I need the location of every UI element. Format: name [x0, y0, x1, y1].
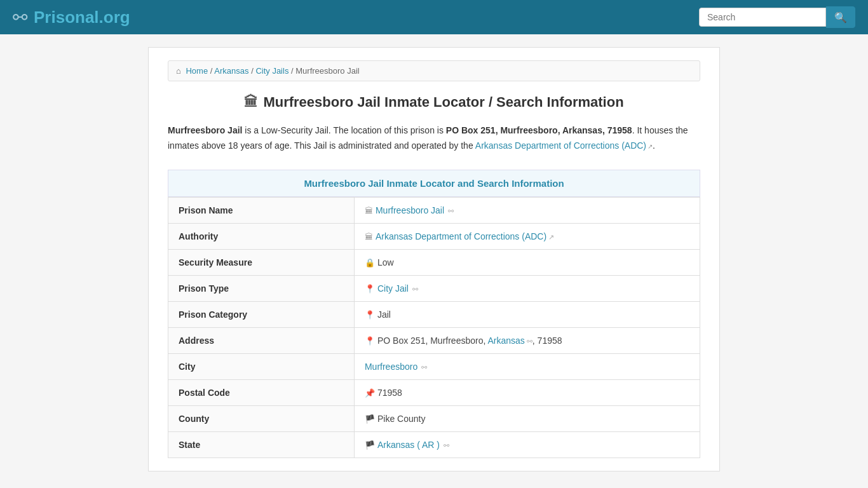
table-label: State: [168, 431, 355, 458]
table-row: CityMurfreesboro ⚯: [168, 353, 700, 379]
table-row: Authority🏛Arkansas Department of Correct…: [168, 223, 700, 249]
logo-text: Prisonal.org: [34, 8, 130, 27]
cell-icon: 📍: [365, 310, 375, 320]
table-row: County🏴Pike County: [168, 405, 700, 431]
table-label: County: [168, 405, 355, 431]
page-title-text: Murfreesboro Jail Inmate Locator / Searc…: [263, 94, 623, 111]
table-value: 🏴Arkansas ( AR ) ⚯: [354, 431, 700, 458]
table-label: Authority: [168, 223, 355, 249]
table-row: Address📍PO Box 251, Murfreesboro, Arkans…: [168, 327, 700, 353]
table-label: Security Measure: [168, 249, 355, 275]
home-icon: ⌂: [176, 66, 181, 76]
authority-link[interactable]: Arkansas Department of Corrections (ADC): [475, 140, 646, 151]
table-row: State🏴Arkansas ( AR ) ⚯: [168, 431, 700, 458]
cell-icon: 🏴: [365, 440, 375, 450]
table-value: 📍Jail: [354, 301, 700, 327]
cell-icon: 📍: [365, 284, 375, 294]
logo-tld: .org: [99, 8, 130, 27]
table-row: Prison Type📍City Jail ⚯: [168, 275, 700, 301]
table-link-6[interactable]: Murfreesboro: [365, 362, 417, 372]
table-value: Murfreesboro ⚯: [354, 353, 700, 379]
info-table: Prison Name🏛Murfreesboro Jail ⚯Authority…: [168, 197, 700, 458]
table-value: 📍City Jail ⚯: [354, 275, 700, 301]
breadcrumb-current: Murfreesboro Jail: [295, 66, 359, 76]
table-link-9[interactable]: Arkansas ( AR ): [377, 440, 440, 450]
breadcrumb: ⌂ Home / Arkansas / City Jails / Murfree…: [168, 60, 700, 81]
table-label: Prison Type: [168, 275, 355, 301]
search-button[interactable]: 🔍: [826, 6, 855, 28]
cell-icon: 🏴: [365, 414, 375, 424]
table-row: Prison Category📍Jail: [168, 301, 700, 327]
table-row: Postal Code📌71958: [168, 379, 700, 405]
table-label: Postal Code: [168, 379, 355, 405]
breadcrumb-city-jails[interactable]: City Jails: [255, 66, 288, 76]
site-logo[interactable]: ⚯ Prisonal.org: [13, 7, 130, 28]
breadcrumb-home[interactable]: Home: [186, 66, 208, 76]
cell-icon: 📌: [365, 388, 375, 398]
table-link-0[interactable]: Murfreesboro Jail: [376, 205, 444, 215]
table-label: Prison Category: [168, 301, 355, 327]
table-row: Security Measure🔒Low: [168, 249, 700, 275]
table-value: 🏛Arkansas Department of Corrections (ADC…: [354, 223, 700, 249]
table-link-1[interactable]: Arkansas Department of Corrections (ADC): [376, 231, 546, 241]
desc-end: .: [653, 140, 655, 151]
search-input[interactable]: [699, 8, 826, 27]
search-area: 🔍: [699, 6, 855, 28]
breadcrumb-arkansas[interactable]: Arkansas: [214, 66, 248, 76]
table-value: 🏴Pike County: [354, 405, 700, 431]
anchor-icon: ⚯: [527, 337, 532, 345]
desc-intro: is a Low-Security Jail. The location of …: [242, 125, 445, 135]
section-header: Murfreesboro Jail Inmate Locator and Sea…: [168, 170, 700, 197]
cell-icon: 📍: [365, 336, 375, 346]
cell-icon: 🔒: [365, 258, 375, 268]
table-label: Prison Name: [168, 197, 355, 223]
address-bold: PO Box 251, Murfreesboro, Arkansas, 7195…: [446, 125, 632, 135]
description: Murfreesboro Jail is a Low-Security Jail…: [168, 123, 700, 154]
cell-icon: 🏛: [365, 232, 373, 241]
table-value: 🔒Low: [354, 249, 700, 275]
table-label: Address: [168, 327, 355, 353]
anchor-icon-0: ⚯: [446, 207, 454, 215]
jail-name-bold: Murfreesboro Jail: [168, 125, 242, 135]
table-value: 📌71958: [354, 379, 700, 405]
page-title: 🏛 Murfreesboro Jail Inmate Locator / Sea…: [168, 94, 700, 111]
ext-link-icon: ↗: [648, 143, 653, 150]
table-row: Prison Name🏛Murfreesboro Jail ⚯: [168, 197, 700, 223]
logo-icon: ⚯: [13, 7, 27, 28]
ext-state: ⚯: [442, 442, 449, 449]
table-label: City: [168, 353, 355, 379]
logo-word: Prisonal: [34, 8, 99, 27]
table-value: 🏛Murfreesboro Jail ⚯: [354, 197, 700, 223]
prison-title-icon: 🏛: [244, 94, 258, 111]
arkansas-link[interactable]: Arkansas: [487, 336, 524, 346]
site-header: ⚯ Prisonal.org 🔍: [0, 0, 868, 34]
table-link-3[interactable]: City Jail: [377, 283, 409, 294]
cell-icon: 🏛: [365, 206, 373, 215]
anchor-icon-type: ⚯: [410, 285, 418, 293]
ext-icon-1: ↗: [548, 233, 554, 241]
main-content: ⌂ Home / Arkansas / City Jails / Murfree…: [148, 47, 720, 471]
table-value: 📍PO Box 251, Murfreesboro, Arkansas⚯, 71…: [354, 327, 700, 353]
anchor-icon-6: ⚯: [419, 363, 427, 371]
section-header-text: Murfreesboro Jail Inmate Locator and Sea…: [304, 178, 564, 189]
